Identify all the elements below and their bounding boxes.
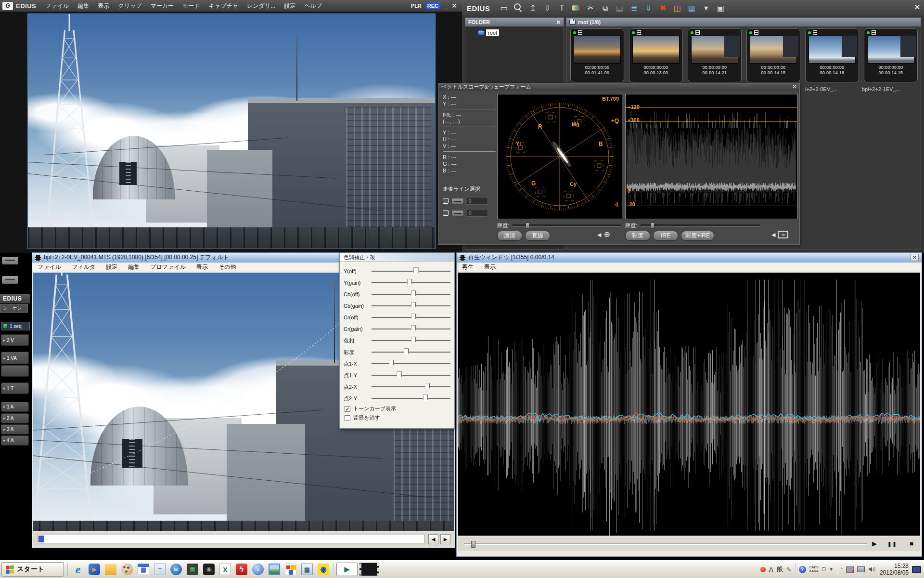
slider-彩度[interactable] [372,348,450,356]
overwrite-to-timeline-icon[interactable]: ⇓ [642,2,654,14]
playback-menu-item[interactable]: 再生 [457,263,479,271]
cut-icon[interactable]: ✂ [585,2,596,14]
ime-pen-icon[interactable]: ✎ [786,566,792,573]
bin-close-button[interactable]: ✕ [914,3,920,12]
scope-mode-button[interactable]: 濃淡 [497,231,522,241]
color-bars-icon[interactable] [572,5,580,11]
slider-Cb(gain)[interactable] [372,302,450,310]
tray-app-icon[interactable] [760,567,766,572]
scan-line-number-input[interactable] [467,197,488,205]
video-menu-item[interactable]: フィルタ [66,263,101,271]
slider-handle[interactable] [425,383,430,391]
scope-mode-button[interactable]: 直線 [525,231,550,241]
prev-arrow-icon[interactable]: ◀ [771,232,775,238]
scan-line-checkbox[interactable] [443,210,449,216]
slider-handle[interactable] [411,302,416,310]
sequence-item[interactable]: 1 seq [1,322,30,330]
slider-handle[interactable] [411,337,416,344]
main-menu-item[interactable]: 表示 [93,2,114,10]
media-player-icon[interactable]: ▶ [87,562,102,577]
video-menu-item[interactable]: ファイル [32,263,66,271]
playback-seek-bar[interactable] [464,543,867,545]
scan-line-color-button[interactable] [451,198,464,204]
waveform-mode-button[interactable]: 彩度 [625,231,650,241]
slider-Cr(off)[interactable] [372,313,450,322]
volume-icon[interactable] [868,566,876,573]
add-clip-icon[interactable]: ⇩ [541,2,553,14]
slider-色相[interactable] [372,336,450,345]
ime-toolbar-icon[interactable]: ❐ [822,567,826,572]
scope-close-button[interactable]: ✕ [792,83,797,91]
slider-handle[interactable] [411,325,416,333]
clock[interactable]: 15:282012/08/05 [880,563,909,576]
paste-icon[interactable]: ▤ [614,2,625,14]
main-menu-item[interactable]: キャプチャ [205,2,243,10]
excel-icon[interactable]: X [218,562,233,577]
delete-icon[interactable]: ✖ [657,2,668,14]
stop-button[interactable]: ■ [910,539,913,549]
video-seek-handle[interactable] [38,536,44,542]
clip-thumbnail[interactable]: 00:00:00:0000:01:41:09 [570,28,624,82]
slider-点1-X[interactable] [372,359,450,368]
calculator-icon[interactable]: ▦ [299,562,315,577]
filmstrip-button[interactable] [359,563,379,576]
video-seek-bar[interactable] [37,535,425,543]
edius-logo-icon[interactable]: G [2,2,13,10]
show-desktop-icon[interactable] [912,566,921,573]
folder-panel-close-icon[interactable]: ✕ [556,19,561,26]
odf-spreadsheet-icon[interactable]: ▦ [136,562,151,577]
copy-icon[interactable]: ⧉ [599,2,611,14]
scan-line-checkbox[interactable] [443,198,449,204]
edius-player-button[interactable]: ▶ [336,563,358,576]
collapse-tray-icon[interactable]: ^ [841,567,843,572]
waveform-mode-button[interactable]: IRE [653,231,678,241]
lan-icon[interactable] [857,566,865,572]
ime-dropdown-icon[interactable]: ▼ [829,567,834,572]
slider-点2-X[interactable] [372,382,450,391]
track-header[interactable] [1,365,29,377]
clip-thumbnail[interactable]: 00:00:00:0000:00:14:15 [864,28,918,82]
view-dropdown-icon[interactable]: ▾ [700,2,712,14]
thunderbird-icon[interactable]: ✉ [168,562,184,577]
image-viewer-icon[interactable] [267,562,282,577]
search-icon[interactable] [513,2,524,14]
partial-button[interactable] [2,276,18,284]
blocks-icon[interactable] [283,562,298,577]
slider-handle[interactable] [423,394,428,402]
video-menu-item[interactable]: 編集 [123,263,145,271]
video-menu-item[interactable]: 設定 [101,263,123,271]
ime-caps-kana-indicator[interactable]: CAPSKANA [809,565,819,573]
in-out-icon[interactable]: ◫ [671,2,683,14]
remote-desktop-icon[interactable]: ▦ [185,562,200,577]
ime-input-mode[interactable]: A [769,566,773,573]
up-folder-icon[interactable]: ↥ [527,2,539,14]
slider-handle[interactable] [389,360,394,368]
slider-handle[interactable] [407,279,412,287]
notepad-icon[interactable]: ≡ [152,562,167,577]
playback-titlebar[interactable]: 再生ウィンドウ [1/355] 0:00/0:14 ✕ [457,253,922,263]
vectorscope-brightness-slider[interactable] [512,224,621,227]
network-disconnected-icon[interactable] [846,566,854,573]
slider-Y(gain)[interactable] [372,278,450,287]
playback-close-button[interactable]: ✕ [911,254,919,261]
main-menu-item[interactable]: 編集 [73,2,93,10]
scan-line-number-input[interactable] [467,209,488,217]
open-clip-icon[interactable]: ▭ [498,2,510,14]
pause-button[interactable]: ❚❚ [887,539,897,549]
checkbox-トーンカーブ表示[interactable]: ✓トーンカーブ表示 [345,404,450,413]
slider-handle[interactable] [413,267,419,275]
camera-icon[interactable]: ◉ [201,562,217,577]
ime-conversion-mode[interactable]: 般 [777,565,783,574]
video-menu-item[interactable]: 表示 [191,263,213,271]
video-menu-item[interactable]: その他 [213,263,242,271]
main-menu-item[interactable]: クリップ [114,2,146,10]
slider-点1-Y[interactable] [372,371,450,380]
flash-icon[interactable]: ϟ [234,562,249,577]
toolbox-icon[interactable]: ▣ [715,2,726,14]
ime-help-icon[interactable]: ? [799,566,806,573]
scan-line-color-button[interactable] [451,210,464,216]
partial-button[interactable] [2,257,18,264]
track-header-1T[interactable]: ▸1 T [1,382,29,394]
slider-handle[interactable] [404,348,409,356]
waveform-mode-button[interactable]: 彩度+IRE [681,231,714,241]
